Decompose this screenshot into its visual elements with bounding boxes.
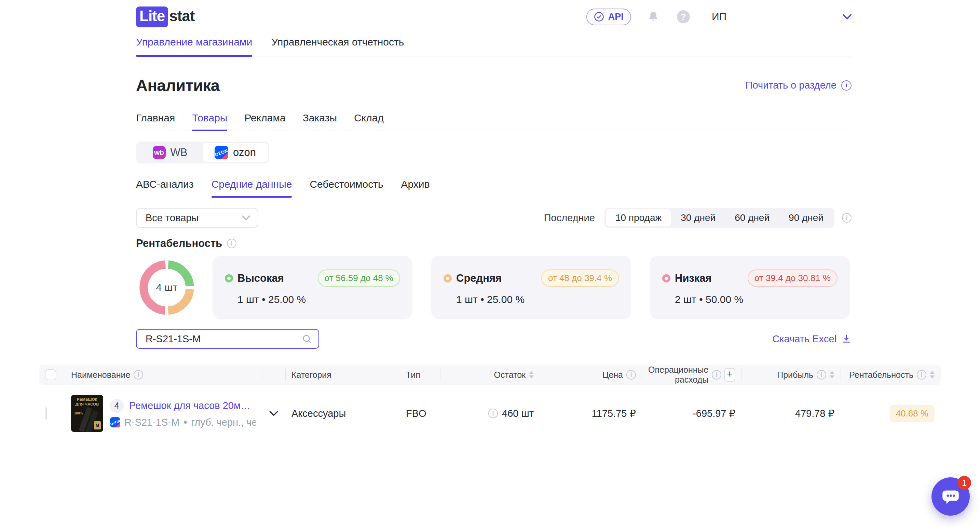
tab-archive[interactable]: Архив — [401, 179, 430, 197]
product-filter-select[interactable]: Все товары — [136, 208, 258, 228]
header-name[interactable]: Наименование — [65, 364, 262, 385]
select-all-checkbox[interactable] — [45, 369, 56, 380]
info-icon — [841, 80, 851, 91]
info-icon[interactable] — [488, 409, 498, 418]
header-checkbox-cell — [39, 364, 65, 385]
marketplace-wb[interactable]: wb WB — [137, 143, 203, 162]
period-group: Последние 10 продаж 30 дней 60 дней 90 д… — [544, 208, 851, 228]
products-table: Наименование Категория Тип Остаток Цена … — [39, 364, 941, 442]
logo[interactable]: Lite stat — [136, 6, 194, 27]
api-label: API — [608, 12, 624, 22]
tab-label: Заказы — [303, 112, 337, 123]
chat-icon — [940, 486, 961, 507]
header-op-costs[interactable]: Операционные расходы — [642, 364, 741, 385]
nav-store-management[interactable]: Управление магазинами — [136, 36, 252, 56]
search-input[interactable] — [145, 333, 301, 345]
nav-label: Управленческая отчетность — [271, 36, 404, 48]
filter-row: Все товары Последние 10 продаж 30 дней 6… — [136, 208, 851, 228]
profitability-header: Рентабельность — [136, 237, 237, 250]
op-costs-cell: -695.97 ₽ — [642, 407, 741, 419]
tab-average-data[interactable]: Средние данные — [212, 179, 292, 197]
stock-cell: 460 шт — [440, 408, 540, 419]
header-expand — [262, 364, 285, 385]
tab-label: Товары — [192, 112, 227, 123]
chevron-down-icon[interactable] — [842, 13, 852, 20]
sort-icon[interactable] — [529, 371, 534, 378]
tab-orders[interactable]: Заказы — [303, 112, 337, 131]
info-icon[interactable] — [626, 370, 636, 380]
range-badge: от 56.59 до 48 % — [318, 270, 400, 287]
api-badge[interactable]: API — [586, 8, 631, 25]
header-price[interactable]: Цена — [540, 364, 642, 385]
period-30-days[interactable]: 30 дней — [671, 209, 725, 227]
info-icon[interactable] — [227, 239, 237, 248]
sort-icon[interactable] — [930, 371, 935, 378]
tab-products[interactable]: Товары — [192, 112, 227, 131]
header-label: Цена — [603, 370, 623, 380]
header-stock[interactable]: Остаток — [440, 364, 540, 385]
nav-label: Управление магазинами — [136, 36, 252, 48]
period-label: Последние — [544, 212, 595, 223]
stock-value: 460 шт — [502, 408, 534, 419]
header-label: Категория — [291, 370, 331, 380]
section-tabs: Главная Товары Реклама Заказы Склад — [136, 112, 851, 131]
table-header: Наименование Категория Тип Остаток Цена … — [39, 364, 941, 385]
tab-label: Средние данные — [212, 179, 292, 190]
search-box — [136, 329, 319, 349]
unread-count-badge: 1 — [958, 476, 971, 490]
period-10-sales[interactable]: 10 продаж — [606, 209, 671, 227]
period-option-label: 90 дней — [789, 212, 824, 223]
tab-cost-price[interactable]: Себестоимость — [310, 179, 383, 197]
tab-ads[interactable]: Реклама — [244, 112, 285, 131]
tab-warehouse[interactable]: Склад — [354, 112, 384, 131]
watch-strap-graphic — [79, 407, 92, 432]
image-pct-label: 100% — [74, 411, 83, 415]
download-excel-button[interactable]: Скачать Excel — [772, 334, 851, 345]
card-top: Высокая от 56.59 до 48 % — [225, 270, 400, 287]
tab-abc-analysis[interactable]: АВС-анализ — [136, 179, 194, 197]
account-label[interactable]: ИП — [712, 11, 727, 22]
period-option-label: 10 продаж — [616, 212, 662, 223]
info-icon[interactable] — [134, 370, 143, 380]
info-icon[interactable] — [817, 370, 826, 380]
period-90-days[interactable]: 90 дней — [779, 209, 833, 227]
marketplace-ozon[interactable]: OZON ozon — [203, 143, 268, 162]
about-link-label: Почитать о разделе — [746, 80, 837, 91]
add-cost-button[interactable] — [724, 368, 735, 382]
info-icon[interactable] — [712, 370, 721, 380]
image-text-line2: ДЛЯ ЧАСОВ — [75, 402, 99, 406]
product-image-text: РЕМЕШОК ДЛЯ ЧАСОВ — [71, 397, 103, 407]
profitability-title: Рентабельность — [136, 237, 222, 250]
info-icon[interactable] — [842, 213, 851, 223]
litestat-app: Lite stat API ИП Управление магазинами У… — [0, 0, 980, 530]
header-profitability[interactable]: Рентабельность — [841, 364, 941, 385]
period-60-days[interactable]: 60 дней — [725, 209, 779, 227]
bell-icon[interactable] — [647, 10, 660, 23]
profit-cell: 479.78 ₽ — [741, 407, 841, 419]
help-icon[interactable] — [677, 10, 690, 23]
product-image[interactable]: РЕМЕШОК ДЛЯ ЧАСОВ 100% M — [71, 395, 103, 432]
header-profit[interactable]: Прибыль — [741, 364, 841, 385]
info-icon[interactable] — [917, 370, 926, 380]
sort-icon[interactable] — [830, 371, 834, 378]
ozon-icon: OZON — [215, 146, 228, 159]
table-row: РЕМЕШОК ДЛЯ ЧАСОВ 100% M 4 Ремешок для ч… — [39, 385, 941, 442]
image-text-line1: РЕМЕШОК — [77, 398, 97, 401]
download-label: Скачать Excel — [772, 334, 837, 345]
chevron-down-icon — [269, 410, 279, 417]
data-tabs: АВС-анализ Средние данные Себестоимость … — [136, 179, 851, 197]
support-chat-button[interactable]: 1 — [931, 477, 970, 516]
product-link[interactable]: Ремешок для часов 20мм, кож... — [129, 400, 256, 411]
nav-management-reports[interactable]: Управленческая отчетность — [271, 36, 404, 56]
tab-main[interactable]: Главная — [136, 112, 175, 131]
header-type[interactable]: Тип — [400, 364, 440, 385]
period-option-label: 60 дней — [735, 212, 770, 223]
row-checkbox[interactable] — [45, 407, 47, 420]
search-icon[interactable] — [301, 334, 312, 344]
expand-row-button[interactable] — [262, 410, 285, 417]
header-category[interactable]: Категория — [285, 364, 400, 385]
product-sku: R-S21-1S-M — [124, 417, 180, 428]
header-label-line2: расходы — [675, 375, 708, 385]
about-section-link[interactable]: Почитать о разделе — [746, 80, 851, 91]
range-badge: от 48 до 39.4 % — [541, 270, 619, 287]
